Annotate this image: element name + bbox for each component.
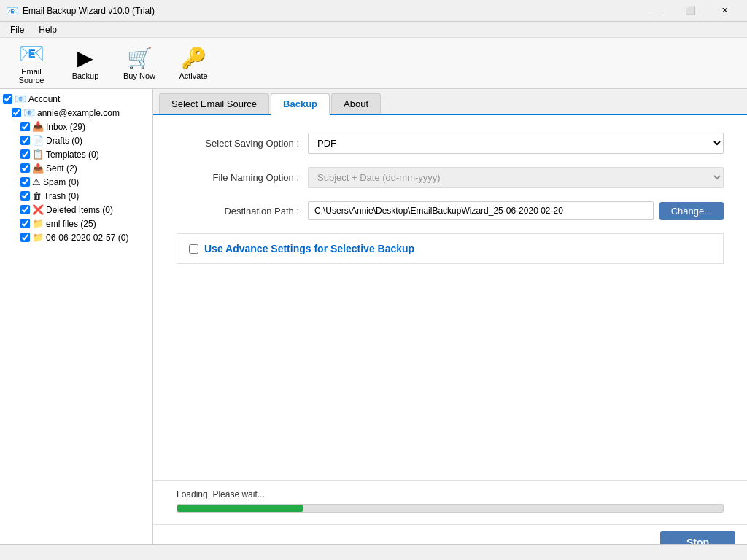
sidebar-item-sent[interactable]: 📤Sent (2): [0, 161, 152, 175]
sidebar-label-drafts: Drafts (0): [46, 136, 82, 146]
sidebar-checkbox-eml[interactable]: [20, 219, 30, 228]
title-text: Email Backup Wizard v10.0 (Trial): [23, 6, 640, 16]
main-container: 📧Account📧annie@example.com📥Inbox (29)📄Dr…: [0, 89, 747, 560]
form-area: Select Saving Option : PDFPSTMBOXEMLMSGH…: [153, 115, 747, 480]
sidebar-label-inbox: Inbox (29): [46, 122, 85, 132]
sidebar-checkbox-trash[interactable]: [20, 191, 30, 201]
sidebar-item-date-folder[interactable]: 📁06-06-2020 02-57 (0): [0, 230, 152, 244]
toolbar: 📧Email Source▶Backup🛒Buy Now🔑Activate: [0, 38, 747, 89]
toolbar-btn-email-source[interactable]: 📧Email Source: [6, 40, 57, 85]
sidebar-item-deleted[interactable]: ❌Deleted Items (0): [0, 203, 152, 217]
sidebar-item-drafts[interactable]: 📄Drafts (0): [0, 133, 152, 147]
sidebar-label-trash: Trash (0): [44, 191, 79, 201]
menu-file[interactable]: File: [3, 23, 31, 36]
titlebar: 📧 Email Backup Wizard v10.0 (Trial) — ⬜ …: [0, 0, 747, 22]
advance-label: Use Advance Settings for Selective Backu…: [204, 243, 414, 254]
file-naming-select[interactable]: Subject + Date (dd-mm-yyyy)SubjectDate (…: [308, 167, 724, 188]
minimize-button[interactable]: —: [640, 0, 674, 22]
sidebar-item-root[interactable]: 📧Account: [0, 92, 152, 106]
sidebar-checkbox-root[interactable]: [3, 94, 12, 104]
tab-select-email-source[interactable]: Select Email Source: [159, 93, 269, 114]
sidebar-checkbox-date-folder[interactable]: [20, 233, 30, 242]
sidebar-icon-account: 📧: [23, 107, 35, 118]
destination-input[interactable]: [308, 201, 654, 220]
maximize-button[interactable]: ⬜: [674, 0, 708, 22]
toolbar-btn-activate[interactable]: 🔑Activate: [168, 40, 219, 85]
sidebar-label-account: annie@example.com: [37, 108, 120, 118]
file-naming-row: File Naming Option : Subject + Date (dd-…: [177, 167, 724, 188]
close-button[interactable]: ✕: [708, 0, 741, 22]
sidebar-icon-templates: 📋: [32, 149, 44, 160]
file-naming-label: File Naming Option :: [177, 172, 308, 183]
sidebar-icon-deleted: ❌: [32, 204, 44, 215]
destination-row: Destination Path : Change...: [177, 201, 724, 220]
advance-settings-row: Use Advance Settings for Selective Backu…: [177, 233, 724, 264]
sidebar-label-templates: Templates (0): [46, 149, 99, 160]
tab-bar: Select Email SourceBackupAbout: [153, 89, 747, 115]
saving-option-select[interactable]: PDFPSTMBOXEMLMSGHTMLMHTML: [308, 133, 724, 154]
file-naming-control: Subject + Date (dd-mm-yyyy)SubjectDate (…: [308, 167, 724, 188]
toolbar-btn-backup[interactable]: ▶Backup: [60, 40, 111, 85]
advance-checkbox[interactable]: [189, 244, 198, 254]
progress-area: Loading. Please wait...: [153, 480, 747, 524]
sidebar-item-inbox[interactable]: 📥Inbox (29): [0, 120, 152, 133]
sidebar-checkbox-inbox[interactable]: [20, 122, 30, 131]
backup-icon: ▶: [77, 46, 93, 70]
statusbar: [0, 544, 747, 560]
window-controls: — ⬜ ✕: [640, 0, 741, 22]
activate-icon: 🔑: [181, 46, 206, 70]
menu-help[interactable]: Help: [31, 23, 64, 36]
destination-label: Destination Path :: [177, 206, 308, 217]
sidebar-checkbox-spam[interactable]: [20, 177, 30, 187]
sidebar-item-eml[interactable]: 📁eml files (25): [0, 217, 152, 230]
sidebar-icon-date-folder: 📁: [32, 232, 44, 243]
toolbar-btn-buy-now[interactable]: 🛒Buy Now: [114, 40, 165, 85]
sidebar-label-sent: Sent (2): [46, 163, 77, 174]
sidebar-label-date-folder: 06-06-2020 02-57 (0): [46, 233, 128, 243]
sidebar-icon-eml: 📁: [32, 218, 44, 229]
progress-text: Loading. Please wait...: [177, 489, 724, 499]
buy-now-icon: 🛒: [127, 46, 152, 70]
tab-backup[interactable]: Backup: [271, 93, 330, 115]
sidebar-item-templates[interactable]: 📋Templates (0): [0, 147, 152, 161]
content-area: Select Email SourceBackupAbout Select Sa…: [153, 89, 747, 560]
sidebar-checkbox-deleted[interactable]: [20, 205, 30, 214]
sidebar-item-spam[interactable]: ⚠Spam (0): [0, 175, 152, 189]
change-button[interactable]: Change...: [659, 202, 724, 220]
progress-bar-background: [177, 504, 724, 513]
sidebar-checkbox-drafts[interactable]: [20, 136, 30, 145]
email-source-icon: 📧: [19, 42, 44, 66]
saving-option-control: PDFPSTMBOXEMLMSGHTMLMHTML: [308, 133, 724, 154]
sidebar-icon-drafts: 📄: [32, 135, 44, 146]
sidebar-checkbox-account[interactable]: [12, 108, 21, 117]
menubar: File Help: [0, 22, 747, 38]
sidebar-label-root: Account: [28, 94, 60, 104]
tab-about[interactable]: About: [331, 93, 381, 114]
saving-option-label: Select Saving Option :: [177, 138, 308, 149]
saving-option-row: Select Saving Option : PDFPSTMBOXEMLMSGH…: [177, 133, 724, 154]
sidebar-icon-root: 📧: [15, 93, 26, 104]
sidebar-icon-spam: ⚠: [32, 176, 41, 187]
sidebar-icon-trash: 🗑: [32, 190, 42, 201]
progress-bar-fill: [177, 505, 303, 512]
app-icon: 📧: [6, 5, 18, 17]
sidebar-item-account[interactable]: 📧annie@example.com: [0, 106, 152, 120]
sidebar-icon-sent: 📤: [32, 163, 44, 174]
sidebar-icon-inbox: 📥: [32, 121, 44, 132]
sidebar-item-trash[interactable]: 🗑Trash (0): [0, 189, 152, 203]
sidebar-checkbox-templates[interactable]: [20, 149, 30, 159]
sidebar-label-deleted: Deleted Items (0): [46, 205, 113, 215]
sidebar-checkbox-sent[interactable]: [20, 163, 30, 173]
sidebar-label-eml: eml files (25): [46, 219, 96, 229]
sidebar: 📧Account📧annie@example.com📥Inbox (29)📄Dr…: [0, 89, 153, 560]
sidebar-label-spam: Spam (0): [43, 177, 79, 187]
